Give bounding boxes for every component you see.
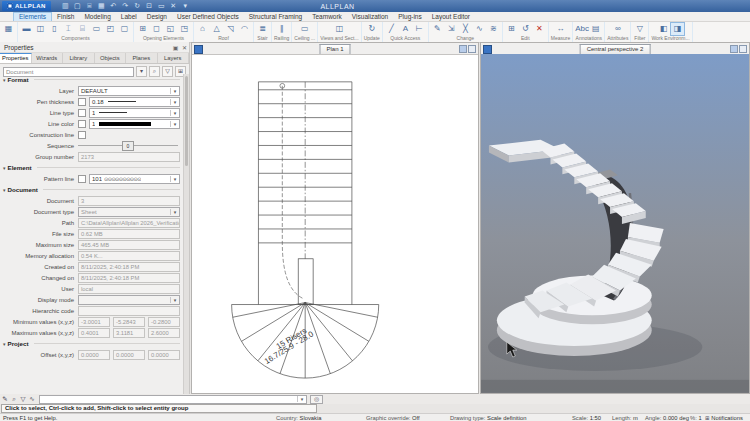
stair-icon[interactable]: ≣ <box>256 23 269 35</box>
close-icon[interactable]: ✕ <box>180 44 189 51</box>
dropdown[interactable]: DEFAULT▾ <box>78 86 180 96</box>
recess-icon[interactable]: ◳ <box>178 23 191 35</box>
plan-tab[interactable]: Plan 1 <box>319 44 350 54</box>
viewport-maximize-icon[interactable] <box>459 45 467 53</box>
tab-wizards[interactable]: Wizards <box>32 53 64 63</box>
new-window-icon[interactable]: ⊡ <box>145 1 154 11</box>
strip-foundation-icon[interactable]: ⌸ <box>76 23 89 35</box>
perspective-tab[interactable]: Central perspective 2 <box>580 44 651 54</box>
undo-icon[interactable]: ↶ <box>109 1 118 11</box>
chimney-icon[interactable]: ◰ <box>104 23 117 35</box>
text-field[interactable]: 2.6000 <box>148 328 180 338</box>
measure-icon[interactable]: ↔ <box>554 23 567 35</box>
pin-icon[interactable]: ▣ <box>171 44 180 51</box>
refresh-icon[interactable]: ↻ <box>133 1 142 11</box>
downstand-beam-icon[interactable]: ⌶ <box>62 23 75 35</box>
plan-view-icon[interactable]: ◧ <box>657 23 670 35</box>
graphic-override-status[interactable]: Graphic override: Off <box>366 414 420 421</box>
isometric-view-icon[interactable]: ◨ <box>671 23 684 35</box>
text-field[interactable]: 3.1181 <box>113 328 145 338</box>
dropdown[interactable]: 0.18▾ <box>89 97 180 107</box>
match-icon[interactable]: ✎ <box>1 395 9 403</box>
annotation-sheet-icon[interactable]: ▤ <box>589 23 602 35</box>
wave-icon[interactable]: ∿ <box>28 395 36 403</box>
roof-frame-icon[interactable]: △ <box>210 23 223 35</box>
tab-objects[interactable]: Objects <box>95 53 127 63</box>
viewport-menu-icon[interactable] <box>483 45 492 54</box>
save-file-icon[interactable]: ▦ <box>97 1 106 11</box>
text-field[interactable]: 0.4001 <box>78 328 110 338</box>
tab-planes[interactable]: Planes <box>126 53 158 63</box>
text-field[interactable]: 3 <box>78 196 180 206</box>
column-icon[interactable]: ▯ <box>48 23 61 35</box>
layout-icon[interactable]: ▭ <box>157 1 166 11</box>
redo-icon[interactable]: ↷ <box>121 1 130 11</box>
scale-status[interactable]: Scale: 1:50 <box>572 414 601 421</box>
slider-handle[interactable]: 0 <box>122 141 134 151</box>
new-file-icon[interactable]: ▢ <box>73 1 82 11</box>
text-field[interactable]: 8/11/2025, 2:40:18 PM <box>78 273 180 283</box>
railing-icon[interactable]: ∥ <box>275 23 288 35</box>
dropdown[interactable]: 1▾ <box>89 119 180 129</box>
dropdown[interactable]: 1▾ <box>89 108 180 118</box>
pen-icon[interactable]: ⌕ <box>10 395 18 403</box>
text-field[interactable]: -3.0001 <box>78 317 110 327</box>
more-icon[interactable]: ▾ <box>181 1 190 11</box>
ceiling-icon[interactable]: ▭ <box>298 23 311 35</box>
checkbox[interactable] <box>78 175 86 183</box>
filter-funnel-icon[interactable]: ▽ <box>633 23 646 35</box>
dropdown[interactable]: 101⊙⊙⊙⊙⊙⊙⊙⊙⊙⊙▾ <box>89 174 180 184</box>
text-field[interactable]: 2173 <box>78 152 180 162</box>
delete-icon[interactable]: ✕ <box>533 23 546 35</box>
tab-properties[interactable]: Properties <box>0 53 32 63</box>
open-file-icon[interactable]: ⌸ <box>85 1 94 11</box>
text-field[interactable]: 0.62 MB <box>78 229 180 239</box>
menu-tab-modeling[interactable]: Modeling <box>79 12 115 21</box>
menu-tab-label[interactable]: Label <box>116 12 142 21</box>
text-field[interactable]: 465.45 MB <box>78 240 180 250</box>
checkbox[interactable] <box>78 120 86 128</box>
tab-library[interactable]: Library <box>63 53 95 63</box>
line-icon[interactable]: ╱ <box>385 23 398 35</box>
viewport-close-icon[interactable] <box>739 45 747 53</box>
roof-plane-icon[interactable]: ⌂ <box>196 23 209 35</box>
percent-status[interactable]: %: 1 <box>690 414 702 421</box>
text-field[interactable]: C:\Data\Allplan\Allplan 2026_Verificatio… <box>78 218 180 228</box>
menu-tab-visualization[interactable]: Visualization <box>347 12 393 21</box>
text-field[interactable]: local <box>78 284 180 294</box>
rotate-icon[interactable]: ↺ <box>519 23 532 35</box>
slider[interactable]: 0 <box>78 145 178 146</box>
dimension-line-icon[interactable]: ⊢ <box>413 23 426 35</box>
match-properties-icon[interactable]: ≋ <box>487 23 500 35</box>
section-header[interactable]: ▾Project <box>0 338 184 349</box>
section-header[interactable]: ▾Element <box>0 162 184 173</box>
dropdown[interactable]: Sheet▾ <box>78 207 180 217</box>
dropdown[interactable]: ▾ <box>78 295 180 305</box>
command-dropdown[interactable]: ▾ <box>39 395 307 404</box>
country-status[interactable]: Country: Slovakia <box>276 414 321 421</box>
drawing-type-status[interactable]: Drawing type: Scale definition <box>450 414 526 421</box>
wall-pillar-icon[interactable]: ◫ <box>34 23 47 35</box>
plan-viewport[interactable]: Plan 1 <box>191 42 479 394</box>
room-icon[interactable]: ▢ <box>118 23 131 35</box>
attributes-glasses-icon[interactable]: ∞ <box>611 23 624 35</box>
menu-tab-design[interactable]: Design <box>142 12 172 21</box>
text-field[interactable]: 0.0000 <box>78 350 110 360</box>
window-icon[interactable]: ⊞ <box>136 23 149 35</box>
abc-text-icon[interactable]: Abc <box>575 23 588 35</box>
checkbox[interactable] <box>78 98 86 106</box>
menu-tab-plug-ins[interactable]: Plug-ins <box>393 12 426 21</box>
menu-tab-elements[interactable]: Elements <box>13 12 52 21</box>
menu-tab-user-defined-objects[interactable]: User Defined Objects <box>172 12 244 21</box>
plan-canvas[interactable]: 15 Risers 16.7/25.9 - 28.0 <box>192 54 478 393</box>
edit-pencil-icon[interactable]: ✎ <box>431 23 444 35</box>
section-view-icon[interactable]: ◫ <box>333 23 346 35</box>
text-icon[interactable]: A <box>399 23 412 35</box>
section-header[interactable]: ▾Format <box>0 74 184 85</box>
text-field[interactable]: 0.0000 <box>113 350 145 360</box>
notifications-button[interactable]: ⊞ Notifications <box>705 414 743 421</box>
target-icon[interactable]: ◎ <box>310 395 323 404</box>
menu-tab-structural-framing[interactable]: Structural Framing <box>244 12 307 21</box>
menu-tab-layout-editor[interactable]: Layout Editor <box>427 12 475 21</box>
properties-scrollbar[interactable] <box>183 74 189 394</box>
